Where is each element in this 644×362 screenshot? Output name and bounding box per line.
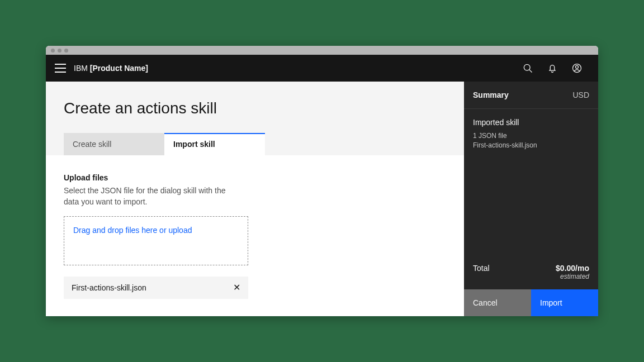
window-dot [51, 49, 55, 53]
summary-header: Summary USD [464, 82, 598, 109]
import-button[interactable]: Import [531, 289, 598, 316]
summary-title: Summary [473, 90, 509, 99]
page-title: Create an actions skill [64, 99, 446, 117]
upload-section-title: Upload files [64, 173, 446, 182]
main-header-region: Create an actions skill Create skill Imp… [46, 82, 464, 155]
tab-create-skill[interactable]: Create skill [64, 133, 164, 155]
user-avatar-icon[interactable] [565, 55, 589, 82]
uploaded-file-chip: First-actions-skill.json ✕ [64, 277, 248, 299]
menu-icon[interactable] [55, 64, 66, 73]
cancel-button[interactable]: Cancel [464, 289, 531, 316]
file-dropzone[interactable]: Drag and drop files here or upload [64, 216, 248, 265]
summary-file-name: First-actions-skill.json [473, 141, 589, 150]
brand-prefix: IBM [74, 64, 90, 73]
summary-imported-label: Imported skill [473, 118, 589, 127]
global-header: IBM [Product Name] [46, 55, 598, 82]
brand-title: IBM [Product Name] [74, 64, 148, 73]
tab-import-skill[interactable]: Import skill [164, 133, 265, 155]
summary-body: Imported skill 1 JSON file First-actions… [464, 109, 598, 264]
upload-section-description: Select the JSON file for the dialog skil… [64, 185, 243, 207]
tab-list: Create skill Import skill [64, 133, 446, 155]
summary-estimated-label: estimated [556, 273, 589, 280]
summary-actions: Cancel Import [464, 289, 598, 316]
window-dot [64, 49, 68, 53]
product-name: [Product Name] [90, 64, 148, 73]
window-titlebar [46, 46, 598, 55]
content-area: Create an actions skill Create skill Imp… [46, 82, 598, 316]
summary-total-label: Total [473, 264, 490, 273]
notifications-icon[interactable] [540, 55, 565, 82]
summary-sidebar: Summary USD Imported skill 1 JSON file F… [464, 82, 598, 316]
search-icon[interactable] [515, 55, 540, 82]
summary-file-count: 1 JSON file [473, 131, 589, 141]
summary-total-row: Total $0.00/mo estimated [464, 264, 598, 289]
svg-point-0 [524, 64, 530, 70]
remove-file-icon[interactable]: ✕ [233, 283, 240, 292]
window-dot [58, 49, 61, 53]
svg-line-1 [529, 70, 532, 73]
svg-point-3 [576, 65, 579, 68]
import-skill-form: Upload files Select the JSON file for th… [46, 155, 464, 316]
summary-currency: USD [572, 90, 589, 99]
uploaded-file-name: First-actions-skill.json [72, 283, 146, 292]
main-panel: Create an actions skill Create skill Imp… [46, 82, 464, 316]
summary-total-amount: $0.00/mo [556, 264, 589, 273]
app-window: IBM [Product Name] Create an actions ski… [46, 46, 598, 316]
